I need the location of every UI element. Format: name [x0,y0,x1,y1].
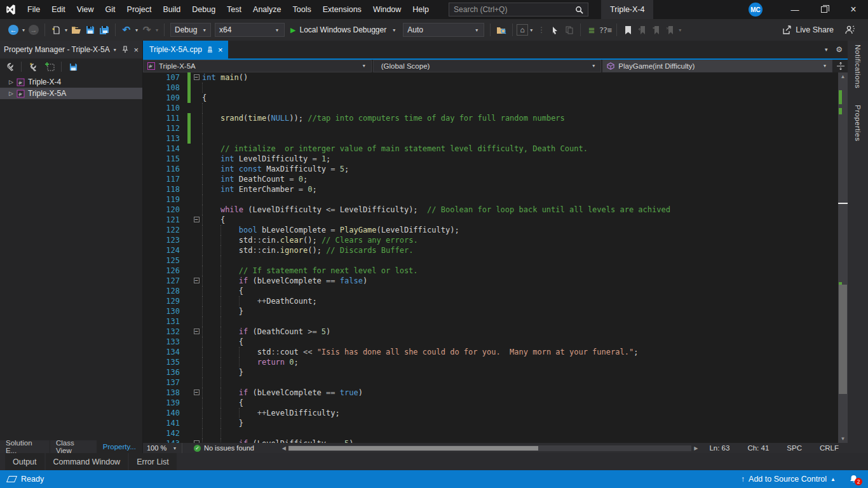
code-line-117[interactable]: 117 int DeathCount = 0; [143,174,838,184]
tab-properties[interactable]: Properties [854,105,862,141]
code-line-127[interactable]: 127− if (bLevelComplete == false) [143,276,838,286]
breakpoint-margin[interactable] [143,377,156,388]
code-line-122[interactable]: 122 bool bLevelComplete = PlayGame(Level… [143,225,838,235]
space-mode-indicator[interactable]: SPC [778,444,811,452]
pin-tab-icon[interactable] [207,46,214,53]
home-button[interactable]: ⌂ [517,24,528,36]
add-to-source-control-button[interactable]: Add to Source Control [749,475,827,484]
tab-notifications[interactable]: Notifications [854,44,862,88]
expand-arrow-icon[interactable]: ▷ [9,79,13,85]
breakpoint-margin[interactable] [143,154,156,164]
breakpoint-margin[interactable] [143,276,156,286]
breakpoint-margin[interactable] [143,367,156,377]
breakpoint-margin[interactable] [143,83,156,93]
breakpoint-margin[interactable] [143,205,156,215]
open-folder-button[interactable] [69,22,83,37]
menu-build[interactable]: Build [157,0,186,19]
new-file-button[interactable] [49,22,63,37]
code-line-128[interactable]: 128 { [143,286,838,296]
breakpoint-margin[interactable] [143,255,156,266]
code-line-115[interactable]: 115 int LevelDifficulty = 1; [143,154,838,164]
menu-git[interactable]: Git [100,0,121,19]
code-line-129[interactable]: 129 ++DeathCount; [143,296,838,306]
code-line-140[interactable]: 140 ++LevelDifficulty; [143,408,838,418]
code-line-110[interactable]: 110 [143,103,838,113]
code-line-124[interactable]: 124 std::cin.ignore(); // Discards Buffe… [143,245,838,255]
notifications-bell-button[interactable]: 2 [850,475,858,484]
breakpoint-margin[interactable] [143,418,156,428]
code-line-136[interactable]: 136 } [143,367,838,377]
attach-to-process-button[interactable] [494,22,508,37]
breakpoint-margin[interactable] [143,235,156,245]
menu-tools[interactable]: Tools [287,0,317,19]
scroll-left-arrow[interactable]: ◀ [280,445,288,451]
tree-item-triple-x-4[interactable]: ▷Triple-X-4 [0,76,142,88]
panel-tab-solutione[interactable]: Solution E... [0,440,50,453]
fold-collapse-toggle[interactable]: − [194,440,200,443]
code-line-113[interactable]: 113 [143,133,838,144]
breakpoint-margin[interactable] [143,225,156,235]
menu-debug[interactable]: Debug [186,0,221,19]
code-line-137[interactable]: 137 [143,377,838,388]
undo-dropdown[interactable]: ▾ [133,27,140,33]
breakpoint-margin[interactable] [143,337,156,347]
member-scope-select[interactable]: PlayGame(int Difficulty)▾ [602,60,832,72]
fold-collapse-toggle[interactable]: − [194,390,200,395]
code-line-120[interactable]: 120 while (LevelDifficulty <= LevelDiffi… [143,205,838,215]
select-cursor-button[interactable] [548,22,562,37]
add-new-property-sheet-button[interactable] [26,59,40,74]
document-list-dropdown[interactable]: ▾ [823,46,829,53]
line-ending-indicator[interactable]: CRLF [811,444,848,452]
panel-title-dropdown[interactable]: ▾ [112,47,118,53]
run-mode-select[interactable]: Auto▾ [403,23,484,37]
bottom-tab-command-window[interactable]: Command Window [46,453,128,470]
breakpoint-margin[interactable] [143,103,156,113]
save-all-button[interactable] [97,22,111,37]
fold-collapse-toggle[interactable]: − [194,278,200,283]
breakpoint-margin[interactable] [143,316,156,327]
redo-dropdown[interactable]: ▾ [154,27,160,33]
bottom-tab-output[interactable]: Output [5,453,44,470]
code-line-141[interactable]: 141 } [143,418,838,428]
breakpoint-margin[interactable] [143,306,156,316]
properties-wrench-button[interactable] [3,59,17,74]
code-line-119[interactable]: 119 [143,194,838,205]
code-editor[interactable]: 107−int main()108109{110111 srand(time(N… [143,72,838,443]
code-line-121[interactable]: 121− { [143,215,838,225]
breakpoint-margin[interactable] [143,184,156,194]
close-tab-icon[interactable]: × [218,45,223,55]
code-line-126[interactable]: 126 // If statement for next level or lo… [143,266,838,276]
search-input[interactable]: Search (Ctrl+Q) [449,3,588,17]
tree-item-triple-x-5a[interactable]: ▷Triple-X-5A [0,88,142,99]
code-line-131[interactable]: 131 [143,316,838,327]
code-line-125[interactable]: 125 [143,255,838,266]
format-lines-button[interactable]: ⁇≡ [599,22,613,37]
code-line-108[interactable]: 108 [143,83,838,93]
breakpoint-margin[interactable] [143,398,156,408]
menu-project[interactable]: Project [121,0,158,19]
breakpoint-margin[interactable] [143,388,156,398]
breakpoint-margin[interactable] [143,357,156,367]
code-line-130[interactable]: 130 } [143,306,838,316]
menu-analyze[interactable]: Analyze [247,0,287,19]
code-line-135[interactable]: 135 return 0; [143,357,838,367]
code-line-139[interactable]: 139 { [143,398,838,408]
code-line-143[interactable]: 143− if (LevelDifficulty == 5) [143,438,838,443]
panel-tab-property[interactable]: Property... [97,440,142,453]
indent-lines-button[interactable]: ≣ [585,22,599,37]
tab-options-gear-icon[interactable]: ⚙ [836,45,843,54]
source-control-menu-caret[interactable]: ▲ [831,477,836,482]
code-line-111[interactable]: 111 srand(time(NULL)); //tap into comput… [143,113,838,123]
bookmark-button[interactable] [621,22,635,37]
solution-configuration-select[interactable]: Debug▾ [170,23,211,37]
add-existing-property-sheet-button[interactable] [43,59,57,74]
code-line-107[interactable]: 107−int main() [143,72,838,83]
send-feedback-button[interactable] [843,22,857,37]
live-share-button[interactable]: Live Share [782,25,834,34]
menu-window[interactable]: Window [367,0,407,19]
copy-button-disabled[interactable] [562,22,576,37]
breakpoint-margin[interactable] [143,194,156,205]
global-scope-select[interactable]: (Global Scope)▾ [373,60,602,72]
previous-bookmark-button-disabled[interactable] [635,22,649,37]
menu-test[interactable]: Test [221,0,247,19]
